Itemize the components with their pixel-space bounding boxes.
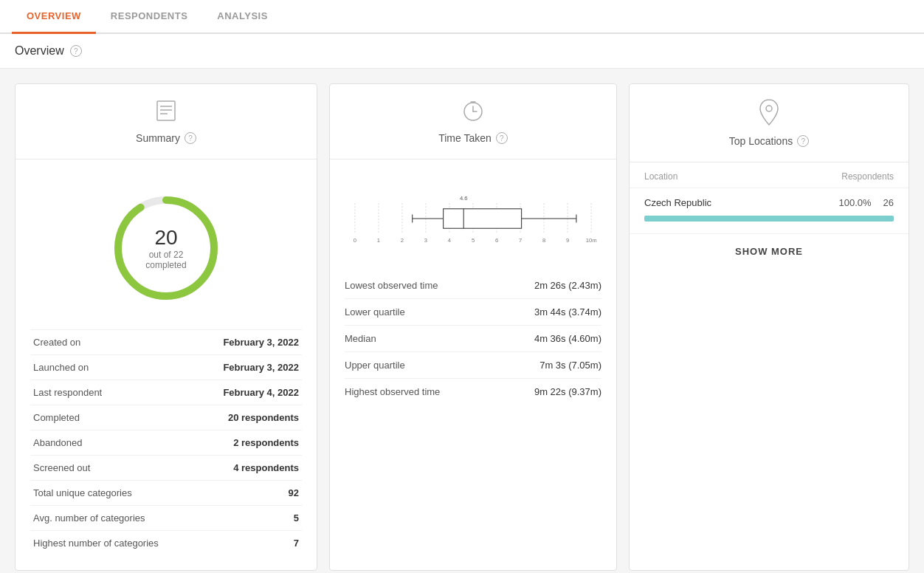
time-stat-value: 2m 26s (2.43m) (534, 280, 601, 291)
locations-col-headers: Location Respondents (630, 162, 909, 188)
stat-value: February 3, 2022 (198, 330, 302, 355)
time-icon (461, 99, 485, 128)
stat-label: Completed (30, 405, 198, 430)
time-stats: Lowest observed time2m 26s (2.43m)Lower … (330, 272, 616, 419)
stat-label: Screened out (30, 456, 198, 481)
location-name: Czech Republic (644, 197, 711, 208)
svg-text:10m: 10m (586, 237, 597, 244)
svg-text:4: 4 (448, 237, 452, 244)
time-title: Time Taken ? (438, 132, 508, 144)
summary-card: Summary ? 20 out of 22 complete (15, 83, 317, 571)
top-locations-title: Top Locations ? (729, 135, 809, 147)
page-title: Overview (15, 44, 64, 58)
time-stat-label: Upper quartile (345, 360, 405, 371)
time-stat-label: Lower quartile (345, 306, 405, 318)
location-icon (758, 99, 780, 131)
summary-row: Created onFebruary 3, 2022 (30, 330, 302, 355)
summary-row: Abandoned2 respondents (30, 430, 302, 456)
time-stat-row: Lower quartile3m 44s (3.74m) (345, 298, 601, 325)
summary-body: 20 out of 22 completed Created onFebruar… (15, 159, 317, 570)
top-locations-card: Top Locations ? Location Respondents Cze… (629, 83, 909, 571)
col-respondents: Respondents (841, 171, 894, 182)
time-card-header: Time Taken ? (330, 84, 616, 159)
tab-analysis[interactable]: ANALYSIS (202, 0, 283, 34)
locations-help-icon[interactable]: ? (797, 135, 809, 147)
stat-label: Highest number of categories (30, 531, 198, 556)
show-more-button[interactable]: SHOW MORE (630, 233, 909, 269)
stat-label: Total unique categories (30, 481, 198, 506)
donut-sub1: out of 22 (145, 250, 186, 260)
col-location: Location (644, 171, 678, 182)
location-count: 26 (883, 197, 894, 208)
stat-label: Launched on (30, 355, 198, 380)
summary-row: Total unique categories92 (30, 481, 302, 506)
summary-row: Screened out4 respondents (30, 456, 302, 481)
summary-row: Launched onFebruary 3, 2022 (30, 355, 302, 380)
time-stat-row: Upper quartile7m 3s (7.05m) (345, 351, 601, 378)
tab-respondents[interactable]: RESPONDENTS (96, 0, 202, 34)
summary-row: Last respondentFebruary 4, 2022 (30, 380, 302, 405)
stat-value: 2 respondents (198, 430, 302, 456)
donut-sub2: completed (145, 260, 186, 270)
overview-help-icon[interactable]: ? (70, 45, 82, 57)
svg-rect-26 (444, 209, 522, 228)
stat-label: Created on (30, 330, 198, 355)
donut-center: 20 out of 22 completed (145, 226, 186, 270)
stat-value: February 3, 2022 (198, 355, 302, 380)
stat-value: 92 (198, 481, 302, 506)
locations-list: Czech Republic 100.0% 26 (630, 188, 909, 233)
summary-row: Highest number of categories7 (30, 531, 302, 556)
time-taken-card: Time Taken ? 4.6012345678910m Lowest obs… (329, 83, 617, 571)
donut-chart: 20 out of 22 completed (30, 174, 302, 329)
time-stat-label: Lowest observed time (345, 280, 438, 291)
summary-row: Completed20 respondents (30, 405, 302, 430)
svg-text:0: 0 (354, 237, 356, 244)
tab-overview[interactable]: OVERVIEW (12, 0, 96, 34)
summary-card-header: Summary ? (15, 84, 317, 159)
svg-text:5: 5 (472, 237, 475, 244)
svg-text:2: 2 (401, 237, 404, 244)
time-stat-value: 7m 3s (7.05m) (539, 360, 601, 371)
main-content: Summary ? 20 out of 22 complete (0, 69, 924, 573)
stat-value: 4 respondents (198, 456, 302, 481)
stat-value: February 4, 2022 (198, 380, 302, 405)
svg-point-40 (766, 106, 772, 111)
stat-label: Last respondent (30, 380, 198, 405)
stat-value: 5 (198, 506, 302, 531)
svg-rect-0 (157, 101, 175, 120)
time-help-icon[interactable]: ? (496, 132, 508, 144)
stat-label: Avg. number of categories (30, 506, 198, 531)
locations-card-header: Top Locations ? (630, 84, 909, 162)
location-bar (644, 216, 894, 222)
location-percent: 100.0% (838, 197, 871, 208)
svg-text:1: 1 (377, 237, 380, 244)
svg-text:9: 9 (566, 237, 569, 244)
time-stat-row: Median4m 36s (4.60m) (345, 325, 601, 351)
time-stat-value: 3m 44s (3.74m) (534, 306, 601, 318)
time-stat-value: 4m 36s (4.60m) (534, 333, 601, 344)
donut-number: 20 (145, 226, 186, 250)
summary-help-icon[interactable]: ? (185, 132, 196, 144)
time-stat-value: 9m 22s (9.37m) (534, 386, 601, 397)
stat-value: 7 (198, 531, 302, 556)
svg-text:8: 8 (542, 237, 545, 244)
svg-text:7: 7 (519, 237, 522, 244)
tab-bar: OVERVIEW RESPONDENTS ANALYSIS (0, 0, 924, 34)
time-stat-label: Median (345, 333, 376, 344)
summary-icon (154, 99, 178, 128)
boxplot-svg: 4.6012345678910m (345, 174, 601, 263)
summary-table: Created onFebruary 3, 2022Launched onFeb… (30, 329, 302, 555)
time-stat-row: Lowest observed time2m 26s (2.43m) (345, 272, 601, 298)
stat-value: 20 respondents (198, 405, 302, 430)
summary-row: Avg. number of categories5 (30, 506, 302, 531)
stat-label: Abandoned (30, 430, 198, 456)
boxplot-container: 4.6012345678910m (330, 159, 616, 272)
svg-text:6: 6 (495, 237, 498, 244)
page-header: Overview ? (0, 34, 924, 69)
time-stat-row: Highest observed time9m 22s (9.37m) (345, 378, 601, 405)
svg-text:4.6: 4.6 (460, 195, 468, 202)
summary-title: Summary ? (136, 132, 196, 144)
location-item: Czech Republic 100.0% 26 (630, 188, 909, 233)
svg-text:3: 3 (424, 237, 427, 244)
time-stat-label: Highest observed time (345, 386, 440, 397)
